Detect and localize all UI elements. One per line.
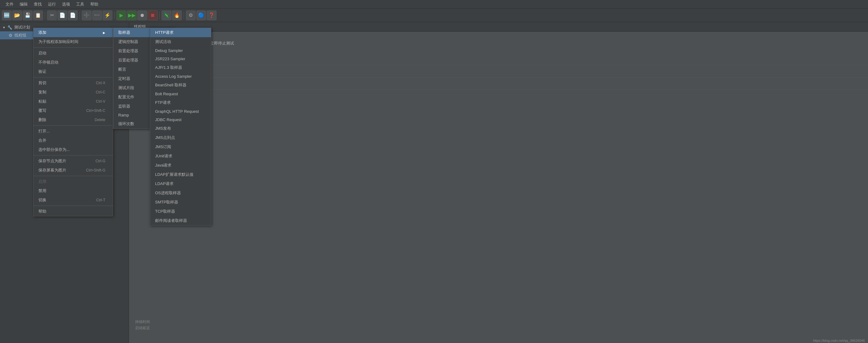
toolbar-paste[interactable]: 📄 — [68, 10, 78, 20]
toolbar-settings[interactable]: ⚙ — [186, 10, 196, 20]
sampler-jdbc[interactable]: JDBC Request — [150, 116, 211, 124]
toggle-label: 切换 — [38, 197, 46, 203]
jsr223-sampler-label: JSR223 Sampler — [155, 57, 185, 61]
menu-item-copy[interactable]: 复制 Ctrl-C — [33, 88, 113, 97]
menu-edit[interactable]: 编辑 — [17, 1, 31, 8]
menu-item-save-partial[interactable]: 选中部分保存为... — [33, 145, 113, 154]
sampler-jms-subscribe[interactable]: JMS订阅 — [150, 142, 211, 151]
menu-item-merge[interactable]: 合并 — [33, 136, 113, 145]
toolbar-new[interactable]: 🆕 — [2, 10, 12, 20]
sampler-smtp[interactable]: SMTP取样器 — [150, 198, 211, 207]
toolbar-stop[interactable]: ⏹ — [148, 10, 158, 20]
sampler-graphql[interactable]: GraphQL HTTP Request — [150, 107, 211, 116]
toolbar-start[interactable]: ▶ — [116, 10, 126, 20]
mail-reader-label: 邮件阅读者取样器 — [155, 218, 187, 224]
sampler-test-activity[interactable]: 测试活动 — [150, 37, 211, 47]
toolbar-jmeter-logo: 🦎 — [161, 10, 172, 20]
http-request-label: HTTP请求 — [155, 30, 174, 35]
menu-item-start[interactable]: 启动 — [33, 49, 113, 58]
menu-help[interactable]: 帮助 — [87, 1, 101, 8]
toolbar-remove[interactable]: ➖ — [92, 10, 102, 20]
toolbar-theme[interactable]: 🔵 — [196, 10, 206, 20]
add-arrow-icon: ▶ — [103, 31, 105, 34]
sampler-jsr223[interactable]: JSR223 Sampler — [150, 55, 211, 63]
menu-file[interactable]: 文件 — [2, 1, 17, 8]
toggle-shortcut: Ctrl-T — [96, 198, 105, 202]
sampler-ldap-ext[interactable]: LDAP扩展请求默认值 — [150, 170, 211, 179]
toolbar-record[interactable]: ⏺ — [137, 10, 147, 20]
menu-item-disable[interactable]: 禁用 — [33, 186, 113, 196]
sampler-access-log[interactable]: Access Log Sampler — [150, 72, 211, 81]
pre-processor-label: 前置处理器 — [118, 48, 138, 54]
menu-find[interactable]: 查找 — [31, 1, 45, 8]
persist-label: 持续时间 — [135, 320, 150, 324]
sampler-beanshell[interactable]: BeanShell 取样器 — [150, 81, 211, 90]
menu-item-save-screen-img[interactable]: 保存屏幕为图片 Ctrl+Shift-G — [33, 166, 113, 175]
menu-item-save-node-img[interactable]: 保存节点为图片 Ctrl-G — [33, 156, 113, 166]
jms-p2p-label: JMS点到点 — [155, 135, 175, 140]
menu-item-start-no-pause[interactable]: 不停顿启动 — [33, 58, 113, 67]
menu-options[interactable]: 选项 — [59, 1, 73, 8]
menu-item-toggle[interactable]: 切换 Ctrl-T — [33, 196, 113, 205]
sampler-jms-p2p[interactable]: JMS点到点 — [150, 133, 211, 142]
copy-shortcut: Ctrl-C — [96, 90, 105, 94]
menu-item-help[interactable]: 帮助 — [33, 207, 113, 216]
menu-item-cut[interactable]: 剪切 Ctrl-X — [33, 78, 113, 88]
menu-item-add-response-time[interactable]: 为子线程添加响应时间 — [33, 37, 113, 47]
sampler-tcp[interactable]: TCP取样器 — [150, 207, 211, 216]
toolbar-open[interactable]: 📂 — [12, 10, 22, 20]
separator-d — [33, 155, 113, 155]
menu-item-open[interactable]: 打开... — [33, 126, 113, 136]
sampler-bolt[interactable]: Bolt Request — [150, 90, 211, 98]
sampler-jms-publish[interactable]: JMS发布 — [150, 124, 211, 133]
ramp-label: Ramp — [118, 113, 129, 117]
toolbar-clear[interactable]: ⚡ — [102, 10, 113, 20]
menu-item-validate[interactable]: 验证 — [33, 67, 113, 76]
separator4 — [159, 12, 160, 19]
test-plan-icon: 🔧 — [7, 25, 12, 30]
radio-stop-test-now-label: 立即停止测试 — [210, 40, 234, 46]
sampler-ftp[interactable]: FTP请求 — [150, 98, 211, 107]
beanshell-sampler-label: BeanShell 取样器 — [155, 82, 186, 88]
overwrite-label: 覆写 — [38, 108, 46, 113]
enable-label: 启用 — [38, 179, 46, 184]
toolbar-start-no-pause[interactable]: ▶▶ — [127, 10, 137, 20]
menu-run[interactable]: 运行 — [45, 1, 59, 8]
sampler-debug[interactable]: Debug Sampler — [150, 47, 211, 55]
menu-item-add[interactable]: 添加 ▶ — [33, 28, 113, 37]
toolbar-cut[interactable]: ✂ — [47, 10, 57, 20]
ftp-request-label: FTP请求 — [155, 100, 171, 106]
assertion-label: 断言 — [118, 67, 126, 72]
menu-item-delete[interactable]: 删除 Delete — [33, 115, 113, 124]
post-processor-label: 后置处理器 — [118, 57, 138, 63]
toolbar-save[interactable]: 💾 — [23, 10, 33, 20]
sampler-ldap[interactable]: LDAP请求 — [150, 179, 211, 189]
sampler-http[interactable]: HTTP请求 — [150, 28, 211, 37]
smtp-sampler-label: SMTP取样器 — [155, 199, 178, 205]
toolbar-help[interactable]: ❓ — [207, 10, 217, 20]
menu-item-paste[interactable]: 粘贴 Ctrl-V — [33, 97, 113, 106]
sampler-mail-reader[interactable]: 邮件阅读者取样器 — [150, 216, 211, 225]
save-screen-img-shortcut: Ctrl+Shift-G — [86, 168, 105, 172]
sampler-java[interactable]: Java请求 — [150, 161, 211, 170]
ldap-ext-label: LDAP扩展请求默认值 — [155, 172, 193, 177]
open-label: 打开... — [38, 128, 50, 134]
cut-label: 剪切 — [38, 80, 46, 86]
menu-tools[interactable]: 工具 — [73, 1, 87, 8]
junit-request-label: JUnit请求 — [155, 153, 172, 159]
toolbar-save2[interactable]: 📋 — [33, 10, 43, 20]
config-element-label: 配置元件 — [118, 94, 134, 100]
jms-publish-label: JMS发布 — [155, 126, 171, 131]
ajp-sampler-label: AJP/1.3 取样器 — [155, 65, 182, 70]
ldap-request-label: LDAP请求 — [155, 181, 174, 187]
toolbar-add[interactable]: ➕ — [82, 10, 92, 20]
sampler-os-process[interactable]: OS进程取样器 — [150, 189, 211, 198]
start-label: 启动延迟 — [135, 326, 150, 330]
toolbar-copy[interactable]: 📄 — [57, 10, 67, 20]
sampler-junit[interactable]: JUnit请求 — [150, 151, 211, 161]
context-menu-sampler: HTTP请求 测试活动 Debug Sampler JSR223 Sampler… — [150, 28, 211, 226]
sampler-ajp[interactable]: AJP/1.3 取样器 — [150, 63, 211, 72]
os-process-label: OS进程取样器 — [155, 190, 181, 196]
menu-item-overwrite[interactable]: 覆写 Ctrl+Shift-C — [33, 106, 113, 115]
separator-c — [33, 125, 113, 126]
